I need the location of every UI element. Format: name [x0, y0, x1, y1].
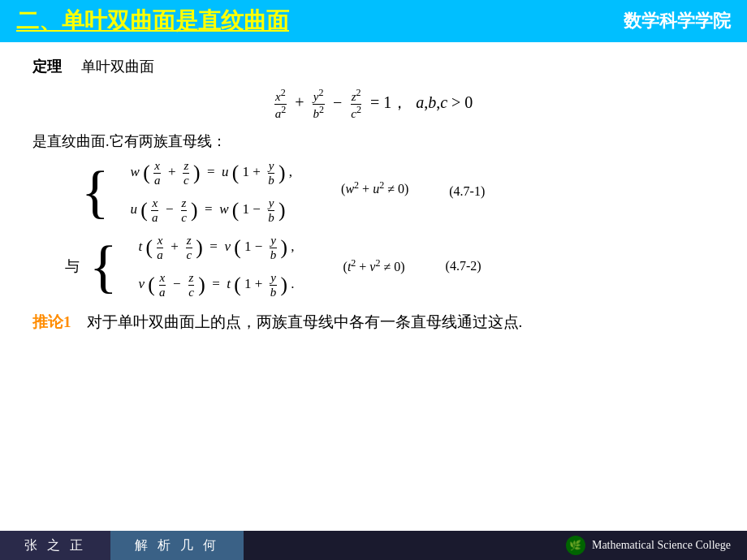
frac-z-c-3: z c — [185, 234, 192, 261]
frac-x-a-1: x a — [153, 159, 162, 187]
eq2-line1: t ( x a + z c ) = v — [139, 234, 295, 261]
frac-y-b-4: y b — [270, 271, 278, 299]
frac-y-b-2: y b — [267, 196, 275, 224]
footer-college: 🌿 Mathematical Science College — [550, 531, 747, 560]
header: 二、单叶双曲面是直纹曲面 数学科学学院 — [0, 0, 747, 42]
equations-2: t ( x a + z c ) = v — [139, 234, 295, 299]
theorem-name: 单叶双曲面 — [81, 57, 154, 76]
condition-2: (t2 + v2 ≠ 0) — [343, 257, 405, 274]
condition-1: (w2 + u2 ≠ 0) — [341, 179, 408, 196]
with-label: 与 — [65, 256, 81, 276]
formula-display: x2 a2 + y2 b2 − z2 c2 = 1， a,b,c > 0 — [274, 93, 473, 111]
main-content: 定理 单叶双曲面 x2 a2 + y2 b2 − z2 c2 = 1， a,b,… — [0, 42, 747, 529]
frac-z-c-1: z c — [183, 159, 190, 187]
page-title: 二、单叶双曲面是直纹曲面 — [16, 6, 289, 37]
frac-z-c-4: z c — [188, 271, 195, 299]
footer-course: 解 析 几 何 — [110, 531, 244, 560]
frac-y-b-1: y b — [267, 159, 275, 187]
corollary-text: 对于单叶双曲面上的点，两族直母线中各有一条直母线通过这点. — [87, 313, 523, 330]
author-name: 张 之 正 — [24, 537, 86, 554]
frac-x-a-4: x a — [158, 271, 166, 299]
system2-wrapper: 与 { t ( x a + z c — [32, 234, 715, 299]
frac-x2-a2: x2 a2 — [274, 88, 287, 120]
frac-y-b-3: y b — [270, 234, 278, 261]
college-name: 数学科学学院 — [624, 9, 731, 33]
left-brace-2: { — [89, 237, 118, 295]
eq-ref-1: (4.7-1) — [449, 184, 485, 199]
eq2-line2: v ( x a − z c ) = t — [139, 271, 295, 299]
equation-system-1: { w ( x a + z c ) = u — [81, 159, 715, 224]
eq1-line2: u ( x a − z c ) = w ( 1 − — [131, 196, 293, 224]
eq-ref-2: (4.7-2) — [446, 259, 481, 274]
college-full-name: Mathematical Science College — [592, 539, 731, 552]
footer-author: 张 之 正 — [0, 531, 110, 560]
frac-y2-b2: y2 b2 — [312, 88, 325, 120]
footer: 张 之 正 解 析 几 何 🌿 Mathematical Science Col… — [0, 531, 747, 560]
frac-x-a-3: x a — [156, 234, 164, 261]
theorem-label: 定理 — [32, 57, 62, 76]
frac-x-a-2: x a — [151, 196, 159, 224]
course-name: 解 析 几 何 — [135, 537, 219, 554]
frac-z2-c2: z2 c2 — [350, 88, 362, 120]
left-brace-1: { — [81, 162, 110, 221]
equation-system-2: { t ( x a + z c — [89, 234, 481, 299]
eq1-line1: w ( x a + z c ) = u ( 1 + — [131, 159, 293, 187]
corollary-section: 推论1 对于单叶双曲面上的点，两族直母线中各有一条直母线通过这点. — [32, 310, 715, 334]
corollary-label: 推论1 — [32, 313, 71, 330]
equations-1: w ( x a + z c ) = u ( 1 + — [131, 159, 293, 224]
theorem-header: 定理 单叶双曲面 — [32, 57, 715, 76]
description-text: 是直纹曲面.它有两族直母线： — [32, 131, 715, 151]
main-equation: x2 a2 + y2 b2 − z2 c2 = 1， a,b,c > 0 — [32, 88, 715, 120]
college-logo: 🌿 — [566, 536, 585, 555]
frac-z-c-2: z c — [180, 196, 188, 224]
